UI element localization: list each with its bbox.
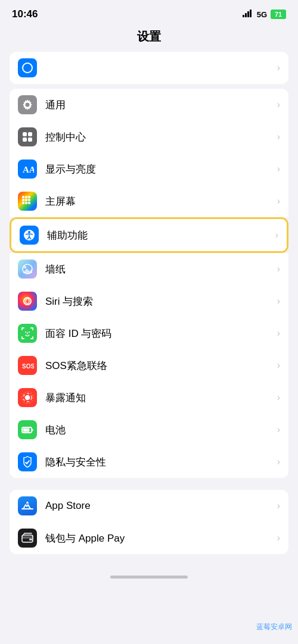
svg-rect-10 [23,137,27,142]
settings-item-siri[interactable]: Siri 与搜索 › [10,285,288,317]
appstore-icon [18,496,37,515]
wallet-label: 钱包与 Apple Pay [45,532,277,545]
faceid-label: 面容 ID 与密码 [45,327,277,340]
svg-point-32 [25,332,26,333]
settings-item-control-center[interactable]: 控制中心 › [10,121,288,153]
siri-label: Siri 与搜索 [45,295,277,308]
watermark: 蓝莓安卓网 [256,622,292,632]
settings-group-2: App Store › 钱包与 Apple Pay › [10,490,288,554]
group1-top: 通用 › 控制中心 › AA 显示与亮度 [10,89,288,217]
page-header: 设置 [0,24,298,52]
control-center-icon [18,127,37,146]
display-label: 显示与亮度 [45,162,277,176]
accessibility-icon [20,226,39,245]
general-label: 通用 [45,98,277,112]
svg-point-23 [28,231,30,233]
faceid-icon [18,324,37,343]
home-bar [110,576,188,579]
settings-item-battery[interactable]: 电池 › [10,414,288,446]
status-time: 10:46 [12,8,38,20]
general-icon [18,95,37,114]
homescreen-icon [18,192,37,211]
signal-icon [243,10,253,19]
settings-item-exposure[interactable]: 暴露通知 › [10,382,288,414]
settings-item-accessibility[interactable]: 辅助功能 › [11,219,287,251]
wallpaper-chevron: › [277,264,280,274]
settings-item-homescreen[interactable]: 主屏幕 › [10,185,288,217]
svg-rect-17 [25,199,27,201]
svg-rect-41 [32,429,33,432]
wallpaper-label: 墙纸 [45,262,277,276]
homescreen-label: 主屏幕 [45,195,277,208]
siri-icon [18,292,37,311]
settings-item-sos[interactable]: SOS SOS紧急联络 › [10,349,288,382]
svg-point-28 [24,266,26,268]
sos-chevron: › [277,360,280,371]
svg-rect-19 [22,202,24,204]
control-center-label: 控制中心 [45,130,277,144]
svg-text:SOS: SOS [22,363,34,370]
status-bar: 10:46 5G 71 [0,0,298,24]
svg-rect-15 [28,196,30,198]
display-icon: AA [18,160,37,179]
top-partial-group: › [10,52,288,84]
svg-point-5 [23,64,32,72]
svg-rect-3 [250,10,252,17]
settings-item-privacy[interactable]: 隐私与安全性 › [10,446,288,478]
settings-item-faceid[interactable]: 面容 ID 与密码 › [10,317,288,349]
settings-item-display[interactable]: AA 显示与亮度 › [10,153,288,185]
svg-rect-44 [22,536,33,539]
settings-group-1: 通用 › 控制中心 › AA 显示与亮度 [0,89,298,478]
wallet-icon [18,529,37,548]
svg-point-33 [29,332,30,333]
svg-rect-42 [23,429,30,432]
appstore-label: App Store [45,500,277,512]
sos-label: SOS紧急联络 [45,359,277,373]
svg-text:AA: AA [23,165,34,174]
svg-rect-0 [243,15,244,17]
partial-chevron: › [277,62,280,73]
privacy-icon [18,452,37,471]
svg-rect-1 [245,13,247,17]
settings-item-general[interactable]: 通用 › [10,89,288,121]
group1-bottom: 墙纸 › Siri 与搜索 › [10,253,288,478]
svg-rect-45 [29,539,32,540]
svg-rect-21 [28,202,30,204]
battery-chevron: › [277,424,280,435]
svg-rect-13 [22,196,24,198]
svg-rect-20 [25,202,27,204]
display-chevron: › [277,164,280,174]
wallet-chevron: › [277,533,280,543]
partial-item[interactable]: › [10,52,288,84]
accessibility-label: 辅助功能 [47,229,275,242]
page-title: 设置 [137,30,161,43]
exposure-label: 暴露通知 [45,391,277,405]
svg-rect-16 [22,199,24,201]
settings-item-wallpaper[interactable]: 墙纸 › [10,253,288,285]
svg-point-31 [26,299,29,304]
control-center-chevron: › [277,132,280,142]
accessibility-chevron: › [275,230,278,240]
svg-marker-29 [23,268,32,273]
svg-rect-11 [28,137,32,142]
exposure-chevron: › [277,392,280,403]
siri-chevron: › [277,296,280,307]
privacy-chevron: › [277,457,280,467]
general-chevron: › [277,99,280,110]
wallpaper-icon [18,260,37,279]
svg-point-36 [25,395,30,400]
faceid-chevron: › [277,328,280,339]
svg-rect-8 [23,132,27,136]
battery-label: 电池 [45,423,277,437]
highlighted-accessibility: 辅助功能 › [10,217,288,253]
partial-icon [18,58,37,77]
home-indicator [0,566,298,583]
battery-icon: 71 [271,10,286,19]
settings-item-appstore[interactable]: App Store › [10,490,288,522]
svg-rect-14 [25,196,27,198]
privacy-label: 隐私与安全性 [45,455,277,469]
settings-item-wallet[interactable]: 钱包与 Apple Pay › [10,522,288,554]
svg-point-7 [26,103,30,107]
svg-rect-2 [247,11,249,17]
sos-icon: SOS [18,356,37,375]
